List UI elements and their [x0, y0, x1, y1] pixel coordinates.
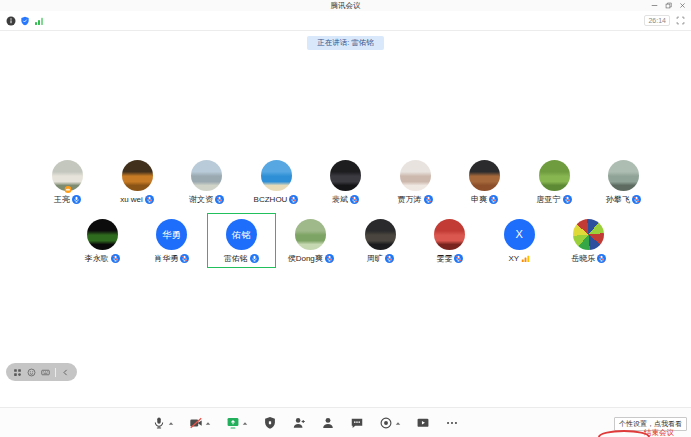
mic-on-icon — [250, 254, 259, 263]
camera-icon — [189, 416, 203, 430]
status-bar: 26:14 — [0, 11, 691, 31]
participant-name: 雷佑铭 — [224, 255, 248, 263]
participant-name: 谢文资 — [189, 196, 213, 204]
dock-keyboard-button[interactable] — [41, 368, 50, 377]
network-signal-icon — [521, 254, 530, 263]
minimize-icon[interactable] — [651, 2, 658, 9]
apps-icon — [416, 416, 430, 430]
window-title: 腾讯会议 — [331, 1, 361, 11]
participant-avatar: 华勇 — [156, 219, 187, 250]
participant-cell[interactable]: 岳晓乐 — [554, 213, 624, 268]
apps-grid-icon — [13, 368, 22, 377]
caret-up-icon[interactable] — [205, 421, 211, 430]
participant-label: BCZHOU — [254, 195, 299, 204]
participant-cell[interactable]: 李永歌 — [68, 213, 138, 268]
statusbar-right: 26:14 — [644, 15, 685, 26]
mic-muted-icon — [145, 195, 154, 204]
dock-apps-grid-button[interactable] — [13, 368, 22, 377]
participant-cell[interactable]: 佑铭雷佑铭 — [207, 213, 277, 268]
participant-cell[interactable]: 王亮 — [33, 154, 103, 209]
toolbar-invite-button[interactable] — [292, 416, 306, 430]
participant-name: 唐亚宁 — [537, 196, 561, 204]
participant-label: 裴斌 — [332, 195, 359, 204]
participant-name: 裴斌 — [332, 196, 348, 204]
participant-label: 孙攀飞 — [606, 195, 641, 204]
mic-muted-icon — [632, 195, 641, 204]
participants-row-1: 王亮xu wei谢文资BCZHOU裴斌贾万涛申爽唐亚宁孙攀飞 — [0, 154, 691, 209]
invite-icon — [292, 416, 306, 430]
participant-name: 侯Dong爽 — [288, 255, 323, 263]
participant-avatar — [573, 219, 604, 250]
toolbar-record-button[interactable] — [379, 416, 401, 430]
participant-avatar: 佑铭 — [226, 219, 257, 250]
participant-cell[interactable]: 华勇肖华勇 — [137, 213, 207, 268]
participant-cell[interactable]: xu wei — [102, 154, 172, 209]
toolbar-screen-share-button[interactable] — [226, 416, 248, 430]
participant-name: 王亮 — [54, 196, 70, 204]
more-icon — [445, 416, 459, 430]
toolbar-microphone-button[interactable] — [152, 416, 174, 430]
avatar-initials: X — [516, 229, 523, 240]
participant-avatar — [469, 160, 500, 191]
meeting-duration: 26:14 — [644, 15, 670, 26]
mic-muted-icon — [289, 195, 298, 204]
bottom-toolbar — [0, 407, 691, 437]
participant-cell[interactable]: 侯Dong爽 — [276, 213, 346, 268]
participant-avatar — [400, 160, 431, 191]
participant-label: 王亮 — [54, 195, 81, 204]
restore-icon[interactable] — [665, 2, 672, 9]
avatar-initials: 华勇 — [162, 230, 181, 240]
statusbar-signal-button[interactable] — [34, 16, 44, 26]
participant-cell[interactable]: XXY — [485, 213, 555, 268]
mic-muted-icon — [563, 195, 572, 204]
mic-muted-icon — [111, 254, 120, 263]
mic-on-icon — [72, 195, 81, 204]
statusbar-icons — [6, 16, 44, 26]
participant-cell[interactable]: 谢文资 — [172, 154, 242, 209]
participant-name: 周旷 — [367, 255, 383, 263]
participant-cell[interactable]: 周旷 — [346, 213, 416, 268]
participant-name: 孙攀飞 — [606, 196, 630, 204]
caret-up-icon[interactable] — [242, 421, 248, 430]
participant-cell[interactable]: 贾万涛 — [380, 154, 450, 209]
participant-cell[interactable]: 孙攀飞 — [589, 154, 659, 209]
screen-share-icon — [226, 416, 240, 430]
close-icon[interactable] — [679, 2, 686, 9]
mic-muted-icon — [597, 254, 606, 263]
statusbar-info-button[interactable] — [6, 16, 16, 26]
toolbar-apps-button[interactable] — [416, 416, 430, 430]
shield-icon — [20, 16, 30, 26]
participant-avatar — [295, 219, 326, 250]
participant-cell[interactable]: 雯雯 — [415, 213, 485, 268]
dock-chevron-left-button[interactable] — [61, 368, 70, 377]
participant-label: 贾万涛 — [398, 195, 433, 204]
toolbar-camera-button[interactable] — [189, 416, 211, 430]
participant-avatar — [87, 219, 118, 250]
participant-name: 肖华勇 — [154, 255, 178, 263]
participant-cell[interactable]: BCZHOU — [241, 154, 311, 209]
participant-cell[interactable]: 申爽 — [450, 154, 520, 209]
host-icon — [64, 186, 71, 193]
toolbar-security-button[interactable] — [263, 416, 277, 430]
signal-icon — [34, 16, 44, 26]
toolbar-chat-button[interactable] — [350, 416, 364, 430]
toolbar-more-button[interactable] — [445, 416, 459, 430]
mic-muted-icon — [489, 195, 498, 204]
mic-muted-icon — [215, 195, 224, 204]
participant-cell[interactable]: 唐亚宁 — [519, 154, 589, 209]
mic-muted-icon — [325, 254, 334, 263]
participant-name: 岳晓乐 — [571, 255, 595, 263]
caret-up-icon[interactable] — [395, 421, 401, 430]
participant-label: 侯Dong爽 — [288, 254, 334, 263]
toolbar-manage-participants-button[interactable] — [321, 416, 335, 430]
fullscreen-icon[interactable] — [676, 16, 685, 25]
caret-up-icon[interactable] — [168, 421, 174, 430]
dock-emoji-button[interactable] — [27, 368, 36, 377]
participant-avatar — [608, 160, 639, 191]
participant-label: 雷佑铭 — [224, 254, 259, 263]
chat-icon — [350, 416, 364, 430]
mic-muted-icon — [454, 254, 463, 263]
window-controls — [651, 0, 686, 11]
participant-cell[interactable]: 裴斌 — [311, 154, 381, 209]
statusbar-shield-button[interactable] — [20, 16, 30, 26]
